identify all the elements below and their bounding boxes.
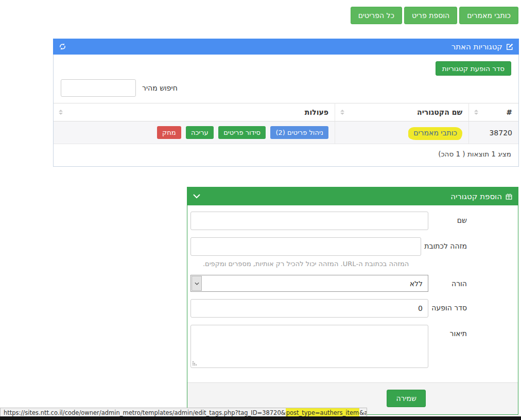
edit-square-icon [506,43,513,50]
slug-help-text: המזהה בכתובת ה-URL. המזהה יכול להכיל רק … [190,260,421,268]
categories-table: # שם הקטגוריה פעולות 3872 [54,103,518,144]
add-item-button[interactable]: הוספת פריט [404,7,457,24]
save-button[interactable]: שמירה [387,390,426,407]
column-header-category-name[interactable]: שם הקטגוריה [335,103,469,121]
add-category-title-group: הוספת קטגוריה [450,192,512,201]
slug-label: מזהה לכתובת [421,237,516,268]
gift-icon [506,193,512,200]
top-button-bar: כותבי מאמרים הוספת פריט כל הפריטים [351,7,518,24]
cell-actions: ניהול פריטים (2) סידור פריטים עריכה מחק [54,121,335,144]
cell-category-name: כותבי מאמרים [335,121,469,144]
column-header-id-label: # [506,108,512,116]
column-header-actions-label: פעולות [305,108,328,116]
table-row: 38720 כותבי מאמרים ניהול פריטים (2) סידו… [54,121,518,144]
parent-field-row: הורה ללא [190,275,516,292]
add-category-title: הוספת קטגוריה [450,192,502,201]
parent-select[interactable]: ללא [190,275,428,292]
taskbar-edge [0,416,521,420]
cell-id: 38720 [469,121,519,144]
description-field-row: תיאור [190,325,516,370]
quick-search-input[interactable] [61,79,136,97]
add-category-panel: הוספת קטגוריה שם מזהה לכתובת המזהה בכתוב… [187,187,518,415]
delete-button[interactable]: מחק [157,126,181,139]
table-header-row: # שם הקטגוריה פעולות [54,103,518,121]
status-url-suffix: &action=edit [359,409,367,416]
description-textarea[interactable] [190,325,428,368]
add-category-header: הוספת קטגוריה [187,187,518,205]
order-items-button[interactable]: סידור פריטים [218,126,266,139]
resize-grip-icon[interactable] [193,364,194,365]
add-category-form: שם מזהה לכתובת המזהה בכתובת ה-URL. המזהה… [187,205,518,382]
slug-field-row: מזהה לכתובת המזהה בכתובת ה-URL. המזהה יכ… [190,237,516,268]
quick-search-row: חיפוש מהיר [61,79,511,97]
categories-panel-body: סדר הופעת קטגוריות חיפוש מהיר # [53,55,519,167]
column-header-category-name-label: שם הקטגוריה [417,108,462,116]
parent-select-value: ללא [410,279,423,288]
display-order-label: סדר הופעה [428,299,516,318]
display-order-field-row: סדר הופעה [190,299,516,318]
display-order-input[interactable] [190,299,428,318]
edit-button[interactable]: עריכה [186,126,214,139]
site-categories-panel: קטגוריות האתר סדר הופעת קטגוריות חיפוש מ… [53,39,519,167]
column-header-id[interactable]: # [469,103,519,121]
results-count: מציג 1 תוצאות ( 1 סהכ) [54,144,518,166]
name-field-row: שם [190,212,516,230]
categories-panel-header: קטגוריות האתר [53,39,519,55]
name-input[interactable] [190,212,428,230]
all-items-button[interactable]: כל הפריטים [351,7,402,24]
sort-icon [474,110,478,115]
quick-search-label: חיפוש מהיר [142,84,178,92]
sort-icon [340,110,344,115]
categories-panel-title: קטגוריות האתר [451,42,502,51]
parent-label: הורה [428,275,516,292]
description-label: תיאור [428,325,516,370]
slug-input[interactable] [190,237,421,256]
chevron-down-icon[interactable] [193,194,200,199]
categories-panel-title-group: קטגוריות האתר [451,42,513,51]
chevron-down-icon [192,276,202,291]
category-order-button[interactable]: סדר הופעת קטגוריות [436,61,511,76]
refresh-icon[interactable] [59,43,66,50]
name-label: שם [428,212,516,230]
status-url-prefix: https://sites.ntt.co.il/code/owner/admin… [4,409,286,416]
sort-icon [59,110,63,115]
category-name-link[interactable]: כותבי מאמרים [408,127,462,140]
article-writers-button[interactable]: כותבי מאמרים [459,7,518,24]
column-header-actions[interactable]: פעולות [54,103,335,121]
manage-items-button[interactable]: ניהול פריטים (2) [270,126,328,139]
